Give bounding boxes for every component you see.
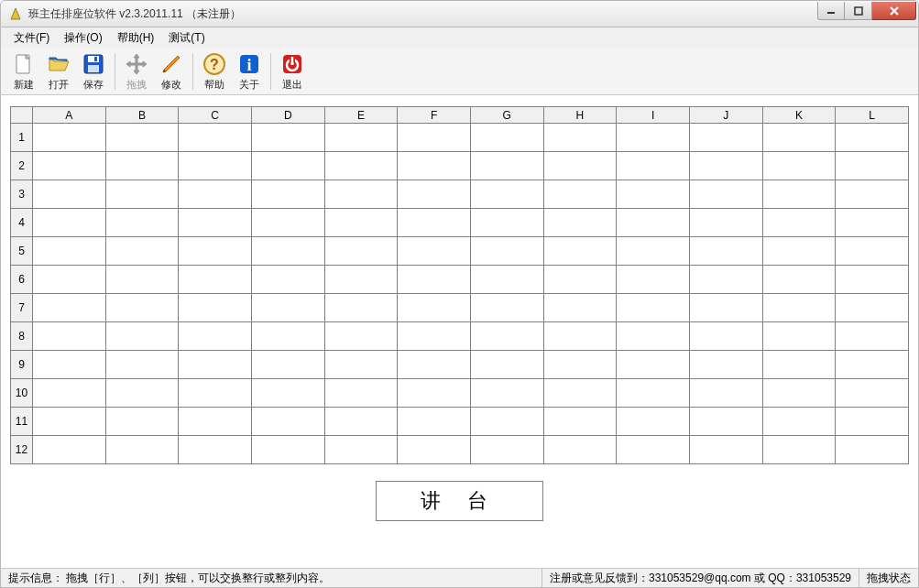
seat-cell[interactable] xyxy=(179,436,252,464)
seat-cell[interactable] xyxy=(251,266,324,294)
row-header[interactable]: 1 xyxy=(11,124,33,152)
save-button[interactable]: 保存 xyxy=(76,49,111,93)
seat-cell[interactable] xyxy=(179,322,252,351)
column-header[interactable]: F xyxy=(398,107,471,124)
seat-cell[interactable] xyxy=(105,379,179,408)
drag-button[interactable]: 拖拽 xyxy=(119,49,154,93)
seat-cell[interactable] xyxy=(836,408,909,436)
seat-cell[interactable] xyxy=(324,152,398,180)
seat-cell[interactable] xyxy=(762,180,836,209)
seat-cell[interactable] xyxy=(251,322,324,351)
row-header[interactable]: 8 xyxy=(11,322,33,351)
seat-cell[interactable] xyxy=(33,436,106,464)
seat-cell[interactable] xyxy=(33,152,106,180)
seat-cell[interactable] xyxy=(689,379,762,408)
seat-cell[interactable] xyxy=(33,294,106,322)
seat-cell[interactable] xyxy=(398,379,471,408)
seat-grid[interactable]: ABCDEFGHIJKL 123456789101112 xyxy=(10,106,909,464)
seat-cell[interactable] xyxy=(617,379,690,408)
seat-cell[interactable] xyxy=(398,237,471,266)
seat-cell[interactable] xyxy=(762,237,836,266)
seat-cell[interactable] xyxy=(33,124,106,152)
column-header[interactable]: L xyxy=(836,107,909,124)
seat-cell[interactable] xyxy=(762,266,836,294)
seat-cell[interactable] xyxy=(470,124,543,152)
seat-cell[interactable] xyxy=(617,266,690,294)
seat-cell[interactable] xyxy=(179,408,252,436)
seat-cell[interactable] xyxy=(836,180,909,209)
seat-cell[interactable] xyxy=(543,351,617,379)
seat-cell[interactable] xyxy=(543,209,617,237)
seat-cell[interactable] xyxy=(617,408,690,436)
seat-cell[interactable] xyxy=(324,408,398,436)
seat-cell[interactable] xyxy=(617,237,690,266)
seat-cell[interactable] xyxy=(324,266,398,294)
seat-cell[interactable] xyxy=(762,436,836,464)
seat-cell[interactable] xyxy=(251,351,324,379)
seat-cell[interactable] xyxy=(543,266,617,294)
seat-cell[interactable] xyxy=(470,237,543,266)
seat-cell[interactable] xyxy=(179,124,252,152)
row-header[interactable]: 2 xyxy=(11,152,33,180)
seat-cell[interactable] xyxy=(179,237,252,266)
about-button[interactable]: i 关于 xyxy=(232,49,267,93)
seat-cell[interactable] xyxy=(689,266,762,294)
seat-cell[interactable] xyxy=(33,408,106,436)
seat-cell[interactable] xyxy=(470,294,543,322)
seat-cell[interactable] xyxy=(251,408,324,436)
seat-cell[interactable] xyxy=(105,436,179,464)
seat-cell[interactable] xyxy=(762,152,836,180)
seat-cell[interactable] xyxy=(33,237,106,266)
seat-cell[interactable] xyxy=(33,322,106,351)
seat-cell[interactable] xyxy=(543,294,617,322)
seat-cell[interactable] xyxy=(398,436,471,464)
seat-cell[interactable] xyxy=(324,294,398,322)
seat-cell[interactable] xyxy=(398,266,471,294)
seat-cell[interactable] xyxy=(105,209,179,237)
seat-cell[interactable] xyxy=(617,436,690,464)
seat-cell[interactable] xyxy=(689,209,762,237)
seat-cell[interactable] xyxy=(836,379,909,408)
seat-cell[interactable] xyxy=(179,152,252,180)
seat-cell[interactable] xyxy=(324,209,398,237)
seat-cell[interactable] xyxy=(617,209,690,237)
minimize-button[interactable] xyxy=(817,2,845,20)
seat-cell[interactable] xyxy=(179,180,252,209)
seat-cell[interactable] xyxy=(398,294,471,322)
seat-cell[interactable] xyxy=(689,237,762,266)
seat-cell[interactable] xyxy=(105,180,179,209)
seat-cell[interactable] xyxy=(470,209,543,237)
seat-cell[interactable] xyxy=(398,351,471,379)
menu-operate[interactable]: 操作(O) xyxy=(57,28,109,48)
seat-cell[interactable] xyxy=(617,322,690,351)
seat-cell[interactable] xyxy=(689,322,762,351)
help-button[interactable]: ? 帮助 xyxy=(197,49,232,93)
maximize-button[interactable] xyxy=(845,2,872,20)
edit-button[interactable]: 修改 xyxy=(154,49,189,93)
seat-cell[interactable] xyxy=(179,379,252,408)
row-header[interactable]: 3 xyxy=(11,180,33,209)
seat-cell[interactable] xyxy=(689,124,762,152)
seat-cell[interactable] xyxy=(33,180,106,209)
seat-cell[interactable] xyxy=(543,408,617,436)
seat-cell[interactable] xyxy=(762,294,836,322)
seat-cell[interactable] xyxy=(251,237,324,266)
seat-cell[interactable] xyxy=(470,351,543,379)
seat-cell[interactable] xyxy=(543,180,617,209)
seat-cell[interactable] xyxy=(398,322,471,351)
seat-cell[interactable] xyxy=(836,322,909,351)
row-header[interactable]: 5 xyxy=(11,237,33,266)
seat-cell[interactable] xyxy=(398,124,471,152)
seat-cell[interactable] xyxy=(617,294,690,322)
seat-cell[interactable] xyxy=(33,266,106,294)
seat-cell[interactable] xyxy=(762,124,836,152)
seat-cell[interactable] xyxy=(762,351,836,379)
seat-cell[interactable] xyxy=(470,152,543,180)
seat-cell[interactable] xyxy=(251,436,324,464)
seat-cell[interactable] xyxy=(324,180,398,209)
column-header[interactable]: G xyxy=(470,107,543,124)
seat-cell[interactable] xyxy=(543,322,617,351)
seat-cell[interactable] xyxy=(105,294,179,322)
seat-cell[interactable] xyxy=(105,124,179,152)
seat-cell[interactable] xyxy=(689,436,762,464)
